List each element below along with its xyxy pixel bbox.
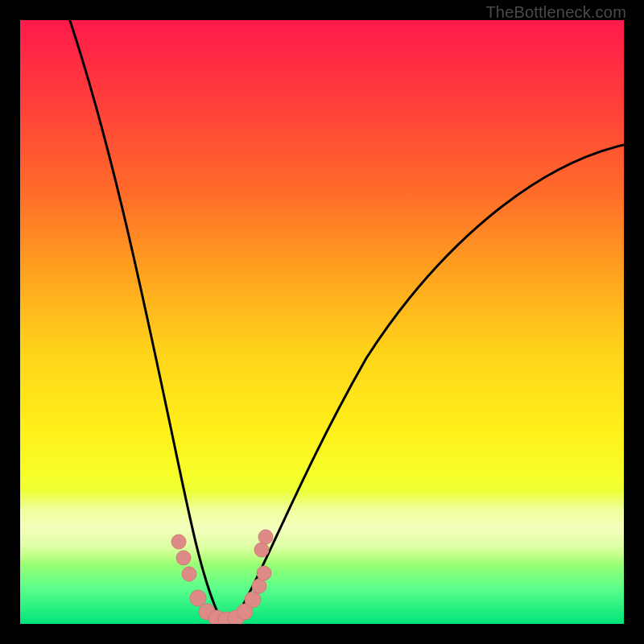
svg-point-1 — [176, 551, 191, 565]
svg-point-3 — [190, 590, 206, 606]
svg-point-12 — [254, 543, 269, 557]
watermark-text: TheBottleneck.com — [485, 3, 626, 22]
chart-frame: TheBottleneck.com — [0, 0, 644, 644]
svg-point-10 — [252, 579, 266, 593]
svg-point-9 — [245, 592, 261, 608]
svg-point-11 — [257, 566, 271, 580]
valley-markers — [171, 530, 273, 624]
svg-point-2 — [182, 567, 196, 581]
svg-point-13 — [258, 530, 273, 544]
plot-area — [20, 20, 624, 624]
bottleneck-curve — [64, 20, 624, 620]
curve-layer — [20, 20, 624, 624]
svg-point-0 — [171, 535, 186, 549]
